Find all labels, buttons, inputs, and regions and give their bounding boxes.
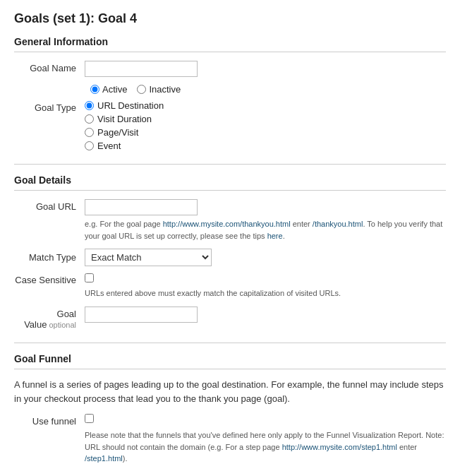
hint-link1[interactable]: http://www.mysite.com/thankyou.html	[163, 220, 291, 228]
case-sensitive-checkbox[interactable]	[85, 273, 94, 282]
funnel-hint-link2[interactable]: /step1.html	[85, 454, 123, 463]
goal-type-pages-radio[interactable]	[85, 128, 94, 137]
match-type-select[interactable]: Exact Match Head Match Regular Expressio…	[85, 249, 212, 266]
case-sensitive-row: Case Sensitive URLs entered above must e…	[14, 273, 446, 299]
hint-end: .	[283, 232, 285, 240]
hint-link3[interactable]: here	[267, 232, 283, 240]
page-title: Goals (set 1): Goal 4	[14, 11, 446, 26]
case-sensitive-content: URLs entered above must exactly match th…	[85, 273, 341, 299]
goal-type-visit-label[interactable]: Visit Duration	[85, 114, 446, 124]
goal-type-visit-text: Visit Duration	[97, 114, 152, 124]
funnel-hint-middle: enter	[397, 443, 417, 451]
goal-name-input[interactable]	[85, 61, 198, 77]
goal-value-optional: optional	[49, 321, 76, 329]
goal-value-input[interactable]	[85, 307, 198, 323]
goal-funnel-description: A funnel is a series of pages leading up…	[14, 378, 446, 407]
match-type-label: Match Type	[14, 252, 85, 263]
inactive-radio[interactable]	[137, 85, 146, 94]
funnel-hint: Please note that the funnels that you've…	[85, 429, 446, 465]
match-type-row: Match Type Exact Match Head Match Regula…	[14, 249, 446, 266]
goal-url-content: e.g. For the goal page http://www.mysite…	[85, 199, 446, 242]
inactive-radio-label[interactable]: Inactive	[137, 84, 181, 95]
goal-type-options: URL Destination Visit Duration Page/Visi…	[85, 100, 446, 151]
goal-url-hint: e.g. For the goal page http://www.mysite…	[85, 218, 446, 242]
section-divider-2	[14, 343, 446, 343]
section-divider-1	[14, 164, 446, 165]
goal-type-event-radio[interactable]	[85, 141, 94, 150]
status-row: Active Inactive	[90, 84, 446, 95]
goal-type-row: Goal Type URL Destination Visit Duration…	[14, 100, 446, 151]
goal-type-event-text: Event	[97, 141, 121, 151]
case-sensitive-hint: URLs entered above must exactly match th…	[85, 287, 341, 299]
goal-url-input[interactable]	[85, 199, 198, 215]
goal-funnel-header: Goal Funnel	[14, 353, 446, 369]
goal-type-url-text: URL Destination	[97, 100, 164, 111]
goal-url-row: Goal URL e.g. For the goal page http://w…	[14, 199, 446, 242]
hint-middle: enter	[291, 220, 313, 228]
goal-value-content	[85, 307, 446, 323]
use-funnel-label: Use funnel	[14, 414, 85, 427]
goal-type-event-label[interactable]: Event	[85, 141, 446, 151]
funnel-hint-link1[interactable]: http://www.mysite.com/step1.html	[282, 443, 397, 451]
general-information-section: General Information Goal Name Active Ina…	[14, 36, 446, 151]
hint-link2[interactable]: /thankyou.html	[313, 220, 363, 228]
use-funnel-row: Use funnel Please note that the funnels …	[14, 414, 446, 465]
case-sensitive-label: Case Sensitive	[14, 273, 85, 285]
inactive-label: Inactive	[149, 84, 181, 95]
goal-value-row: Goal Valueoptional	[14, 307, 446, 330]
hint-before: e.g. For the goal page	[85, 220, 163, 228]
goal-type-url-label[interactable]: URL Destination	[85, 100, 446, 111]
goal-details-section: Goal Details Goal URL e.g. For the goal …	[14, 174, 446, 330]
goal-details-header: Goal Details	[14, 174, 446, 191]
goal-value-label: Goal Valueoptional	[14, 307, 85, 330]
goal-type-url-radio[interactable]	[85, 101, 94, 110]
goal-type-visit-radio[interactable]	[85, 114, 94, 124]
active-label: Active	[102, 84, 127, 95]
use-funnel-checkbox[interactable]	[85, 414, 94, 423]
goal-name-row: Goal Name	[14, 61, 446, 77]
active-radio-label[interactable]: Active	[90, 84, 127, 95]
goal-type-pages-text: Page/Visit	[97, 127, 138, 138]
funnel-hint-end: ).	[123, 454, 128, 463]
goal-name-content	[85, 61, 446, 77]
general-information-header: General Information	[14, 36, 446, 52]
match-type-content: Exact Match Head Match Regular Expressio…	[85, 249, 212, 266]
goal-type-label: Goal Type	[14, 100, 85, 113]
active-radio[interactable]	[90, 85, 99, 94]
goal-name-label: Goal Name	[14, 61, 85, 73]
goal-type-pages-label[interactable]: Page/Visit	[85, 127, 446, 138]
goal-funnel-section: Goal Funnel A funnel is a series of page…	[14, 353, 446, 465]
goal-url-label: Goal URL	[14, 199, 85, 212]
use-funnel-content: Please note that the funnels that you've…	[85, 414, 446, 465]
